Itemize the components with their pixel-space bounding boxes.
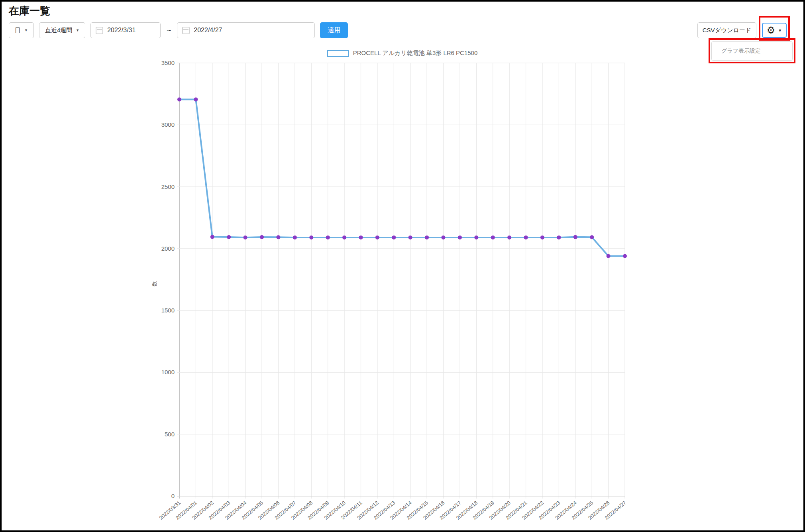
- data-point[interactable]: [474, 236, 478, 239]
- data-point[interactable]: [491, 236, 495, 239]
- date-from-input[interactable]: 2022/3/31: [90, 22, 161, 38]
- x-tick-label: 2022/04/23: [538, 500, 561, 521]
- data-point[interactable]: [540, 236, 544, 239]
- inventory-line-chart: 05001000150020002500300035002022/03/3120…: [0, 0, 805, 532]
- data-point[interactable]: [342, 236, 346, 239]
- chart-legend[interactable]: PROCELL アルカリ乾電池 単3形 LR6 PC1500: [179, 49, 625, 57]
- data-point[interactable]: [590, 235, 594, 239]
- x-tick-label: 2022/04/01: [175, 500, 198, 521]
- y-tick-label: 500: [165, 431, 175, 438]
- data-point[interactable]: [177, 98, 181, 102]
- x-tick-label: 2022/04/14: [389, 500, 412, 521]
- gear-icon: ⚙: [767, 26, 776, 35]
- range-preset-select[interactable]: 直近4週間 ▼: [39, 22, 85, 38]
- data-point[interactable]: [194, 98, 198, 102]
- settings-dropdown-menu: グラフ表示設定: [711, 41, 793, 61]
- data-point[interactable]: [260, 235, 264, 239]
- x-tick-label: 2022/04/05: [240, 500, 264, 521]
- data-point[interactable]: [243, 236, 247, 239]
- y-tick-label: 2500: [161, 183, 175, 190]
- x-tick-label: 2022/03/31: [158, 500, 181, 521]
- series-line: [179, 100, 625, 256]
- data-point[interactable]: [623, 254, 627, 258]
- y-tick-label: 0: [171, 493, 175, 499]
- x-tick-label: 2022/04/10: [323, 500, 347, 521]
- data-point[interactable]: [524, 236, 528, 239]
- data-point[interactable]: [458, 236, 462, 239]
- date-from-value: 2022/3/31: [107, 27, 135, 34]
- data-point[interactable]: [607, 254, 611, 258]
- granularity-select[interactable]: 日 ▼: [9, 22, 34, 38]
- data-point[interactable]: [359, 236, 363, 239]
- legend-swatch: [327, 50, 349, 57]
- x-tick-label: 2022/04/13: [373, 500, 396, 521]
- data-point[interactable]: [507, 236, 511, 239]
- chevron-down-icon: ▼: [76, 29, 79, 32]
- x-tick-label: 2022/04/06: [257, 500, 281, 521]
- x-tick-label: 2022/04/03: [208, 500, 231, 521]
- date-to-input[interactable]: 2022/4/27: [177, 22, 315, 38]
- x-tick-label: 2022/04/24: [554, 500, 577, 521]
- data-point[interactable]: [573, 235, 577, 239]
- calendar-icon: [182, 27, 190, 34]
- x-tick-label: 2022/04/20: [488, 500, 512, 521]
- x-tick-label: 2022/04/08: [290, 500, 314, 521]
- data-point[interactable]: [442, 236, 446, 239]
- y-tick-label: 2000: [161, 245, 175, 252]
- apply-button[interactable]: 適用: [320, 22, 348, 38]
- x-tick-label: 2022/04/12: [356, 500, 379, 521]
- data-point[interactable]: [375, 236, 379, 239]
- x-tick-label: 2022/04/18: [455, 500, 479, 521]
- range-preset-label: 直近4週間: [45, 27, 72, 34]
- x-tick-label: 2022/04/19: [471, 500, 495, 521]
- y-tick-label: 3000: [161, 121, 175, 128]
- granularity-label: 日: [15, 27, 21, 34]
- page-title: 在庫一覧: [9, 4, 50, 18]
- x-tick-label: 2022/04/11: [340, 500, 363, 521]
- data-point[interactable]: [408, 236, 412, 239]
- date-range-separator: ~: [166, 26, 172, 35]
- data-point[interactable]: [425, 236, 429, 239]
- chevron-down-icon: ▼: [778, 28, 782, 33]
- chevron-down-icon: ▼: [24, 29, 28, 32]
- x-tick-label: 2022/04/16: [422, 500, 446, 521]
- x-tick-label: 2022/04/09: [306, 500, 330, 521]
- filter-toolbar: 日 ▼ 直近4週間 ▼ 2022/3/31 ~ 2022/4/27 適用: [9, 22, 348, 38]
- csv-download-button[interactable]: CSVダウンロード: [697, 22, 756, 38]
- x-tick-label: 2022/04/15: [406, 500, 429, 521]
- x-tick-label: 2022/04/21: [505, 500, 528, 521]
- data-point[interactable]: [309, 236, 313, 239]
- data-point[interactable]: [557, 236, 561, 239]
- legend-label: PROCELL アルカリ乾電池 単3形 LR6 PC1500: [353, 49, 478, 57]
- x-tick-label: 2022/04/02: [191, 500, 214, 521]
- x-tick-label: 2022/04/22: [521, 500, 544, 521]
- y-tick-label: 3500: [161, 59, 175, 66]
- data-point[interactable]: [276, 235, 280, 239]
- x-tick-label: 2022/04/27: [603, 500, 627, 521]
- data-point[interactable]: [227, 235, 231, 239]
- data-point[interactable]: [293, 236, 297, 239]
- data-point[interactable]: [392, 236, 396, 239]
- date-to-value: 2022/4/27: [194, 27, 222, 34]
- x-tick-label: 2022/04/07: [273, 500, 297, 521]
- x-tick-label: 2022/04/04: [224, 500, 247, 521]
- settings-dropdown-button[interactable]: ⚙ ▼: [762, 23, 787, 38]
- y-tick-label: 1500: [161, 307, 175, 314]
- x-tick-label: 2022/04/25: [571, 500, 594, 521]
- x-tick-label: 2022/04/17: [438, 500, 462, 521]
- data-point[interactable]: [210, 235, 214, 239]
- screenshot-border: [0, 0, 805, 532]
- y-axis-title: 数: [151, 281, 157, 287]
- menu-item-graph-display-settings[interactable]: グラフ表示設定: [712, 47, 792, 55]
- x-tick-label: 2022/04/26: [587, 500, 611, 521]
- calendar-icon: [96, 27, 103, 34]
- y-tick-label: 1000: [161, 369, 175, 375]
- data-point[interactable]: [326, 236, 330, 239]
